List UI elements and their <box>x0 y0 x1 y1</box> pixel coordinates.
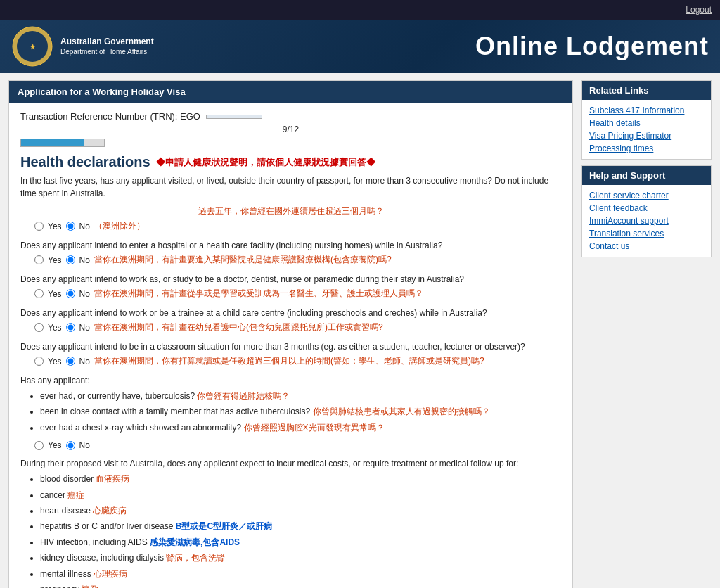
content-body: Transaction Reference Number (TRN): EGO … <box>9 103 572 588</box>
header-logo: ★ Australian Government Department of Ho… <box>11 25 154 68</box>
question-block-medical: During their proposed visit to Australia… <box>20 457 561 588</box>
question-block-q1: Yes No （澳洲除外） <box>20 220 561 232</box>
q2-zh: 當你在澳洲期間，有計畫從事或是學習或受訓成為一名醫生、牙醫、護士或護理人員嗎？ <box>94 288 423 300</box>
list-item: ever had, or currently have, tuberculosi… <box>40 389 561 403</box>
q-hospital-text: Does any applicant intend to enter a hos… <box>20 239 561 252</box>
q-doctor-no[interactable] <box>66 289 75 298</box>
tb-bullet-list: ever had, or currently have, tuberculosi… <box>40 389 561 435</box>
q1-yes-radio[interactable] <box>34 222 44 231</box>
question-block-classroom: Does any applicant intend to be in a cla… <box>20 340 561 367</box>
q-childcare-radio-row: Yes No 當你在澳洲期間，有計畫在幼兒看護中心(包含幼兒園跟托兒所)工作或實… <box>20 321 561 333</box>
svg-text:★: ★ <box>30 43 37 51</box>
q1-no-label: No <box>79 222 90 231</box>
q3-zh: 當你在澳洲期間，有計畫在幼兒看護中心(包含幼兒園跟托兒所)工作或實習嗎? <box>94 321 383 333</box>
tb-no-radio[interactable] <box>66 441 75 450</box>
logo-text: Australian Government Department of Home… <box>60 36 154 58</box>
tb-q1-zh: 你曾經有得過肺結核嗎？ <box>197 391 290 401</box>
tb-q3-en: ever had a chest x-ray which showed an a… <box>40 423 241 433</box>
q-classroom-radio-row: Yes No 當你在澳洲期間，你有打算就讀或是任教超過三個月以上的時間(譬如：學… <box>20 355 561 367</box>
related-links-list: Subclass 417 Information Health details … <box>582 100 711 159</box>
health-heading-text: Health declarations <box>20 154 150 170</box>
trn-value <box>206 115 262 119</box>
q-hospital-no-label: No <box>79 255 90 265</box>
list-item: hepatitis B or C and/or liver disease B型… <box>40 519 561 533</box>
related-links-section: Related Links Subclass 417 Information H… <box>581 80 712 160</box>
list-item: been in close contact with a family memb… <box>40 404 561 418</box>
sidebar: Related Links Subclass 417 Information H… <box>581 80 712 588</box>
medical-bullet-list: blood disorder 血液疾病 cancer 癌症 heart dise… <box>40 472 561 588</box>
help-support-section: Help and Support Client service charter … <box>581 165 712 257</box>
logout-link[interactable]: Logout <box>686 5 712 15</box>
list-item: HIV infection, including AIDS 感染愛滋病毒,包含A… <box>40 535 561 549</box>
q1-zh-note: （澳洲除外） <box>94 220 145 232</box>
q-classroom-yes-label: Yes <box>48 357 62 366</box>
gov-title: Australian Government <box>60 36 154 48</box>
list-item: pregnancy 懷孕 <box>40 582 561 588</box>
content-area: Application for a Working Holiday Visa T… <box>8 80 573 588</box>
trn-row: Transaction Reference Number (TRN): EGO <box>20 111 561 122</box>
progress-bar <box>20 139 105 147</box>
client-service-charter-link[interactable]: Client service charter <box>589 191 704 200</box>
q-hospital-radio-row: Yes No 當你在澳洲期間，有計畫要進入某間醫院或是健康照護醫療機構(包含療養… <box>20 254 561 266</box>
list-item: blood disorder 血液疾病 <box>40 472 561 486</box>
list-item: mental illness 心理疾病 <box>40 567 561 581</box>
gov-crest-icon: ★ <box>11 25 53 68</box>
tb-q2-en: been in close contact with a family memb… <box>40 407 310 416</box>
help-support-header: Help and Support <box>582 166 711 185</box>
q4-zh: 當你在澳洲期間，你有打算就讀或是任教超過三個月以上的時間(譬如：學生、老師、講師… <box>94 355 484 367</box>
top-bar: Logout <box>0 0 720 20</box>
main-container: Application for a Working Holiday Visa T… <box>0 73 720 588</box>
page-progress: 9/12 <box>20 124 561 134</box>
q1-zh: 當你在澳洲期間，有計畫要進入某間醫院或是健康照護醫療機構(包含療養院)嗎? <box>94 254 392 266</box>
tb-radio-row: Yes No <box>20 440 561 450</box>
processing-times-link[interactable]: Processing times <box>589 143 704 153</box>
immi-account-support-link[interactable]: ImmiAccount support <box>589 216 704 226</box>
q-classroom-no[interactable] <box>66 357 75 366</box>
tb-no-label: No <box>79 440 90 450</box>
translation-services-link[interactable]: Translation services <box>589 229 704 238</box>
help-links-list: Client service charter Client feedback I… <box>582 185 711 257</box>
q1-radio-row: Yes No （澳洲除外） <box>20 220 561 232</box>
health-details-link[interactable]: Health details <box>589 118 704 128</box>
intro-zh: 過去五年，你曾經在國外連續居住超過三個月嗎？ <box>20 205 561 217</box>
related-links-header: Related Links <box>582 81 711 100</box>
q-childcare-no-label: No <box>79 323 90 333</box>
dept-title: Department of Home Affairs <box>60 47 154 57</box>
q1-no-radio[interactable] <box>66 222 75 231</box>
q-hospital-yes[interactable] <box>34 255 44 264</box>
tb-q2-zh: 你曾與肺結核患者或其家人有過親密的接觸嗎？ <box>313 407 490 416</box>
tb-q3-zh: 你曾經照過胸腔X光而發現有異常嗎？ <box>244 423 385 433</box>
q6-header: During their proposed visit to Australia… <box>20 457 561 470</box>
list-item: cancer 癌症 <box>40 488 561 502</box>
health-declarations-heading: Health declarations ◆申請人健康狀況聲明，請依個人健康狀況據… <box>20 154 561 170</box>
question-block-childcare: Does any applicant intend to work or be … <box>20 307 561 333</box>
client-feedback-link[interactable]: Client feedback <box>589 203 704 213</box>
q-hospital-yes-label: Yes <box>48 255 62 265</box>
tb-q1-en: ever had, or currently have, tuberculosi… <box>40 391 195 401</box>
q-classroom-yes[interactable] <box>34 357 44 366</box>
tb-yes-radio[interactable] <box>34 441 44 450</box>
q-doctor-radio-row: Yes No 當你在澳洲期間，有計畫從事或是學習或受訓成為一名醫生、牙醫、護士或… <box>20 288 561 300</box>
question-block-hospital: Does any applicant intend to enter a hos… <box>20 239 561 266</box>
header: ★ Australian Government Department of Ho… <box>0 20 720 73</box>
progress-bar-fill <box>21 139 84 146</box>
question-block-tb: Has any applicant: ever had, or currentl… <box>20 374 561 450</box>
q-childcare-yes-label: Yes <box>48 323 62 333</box>
subclass-417-link[interactable]: Subclass 417 Information <box>589 106 704 115</box>
page-title: Online Lodgement <box>154 32 709 61</box>
intro-text: In the last five years, has any applican… <box>20 174 561 200</box>
content-header: Application for a Working Holiday Visa <box>9 81 572 103</box>
list-item: ever had a chest x-ray which showed an a… <box>40 421 561 435</box>
question-block-doctor: Does any applicant intend to work as, or… <box>20 273 561 300</box>
visa-pricing-link[interactable]: Visa Pricing Estimator <box>589 131 704 141</box>
q-classroom-no-label: No <box>79 357 90 366</box>
q-childcare-text: Does any applicant intend to work or be … <box>20 307 561 319</box>
q-hospital-no[interactable] <box>66 255 75 264</box>
tb-yes-label: Yes <box>48 440 62 450</box>
q-doctor-no-label: No <box>79 289 90 299</box>
contact-us-link[interactable]: Contact us <box>589 241 704 251</box>
health-subtitle: ◆申請人健康狀況聲明，請依個人健康狀況據實回答◆ <box>156 156 375 169</box>
q-childcare-no[interactable] <box>66 323 75 332</box>
q-childcare-yes[interactable] <box>34 323 44 332</box>
q-doctor-yes[interactable] <box>34 289 44 298</box>
